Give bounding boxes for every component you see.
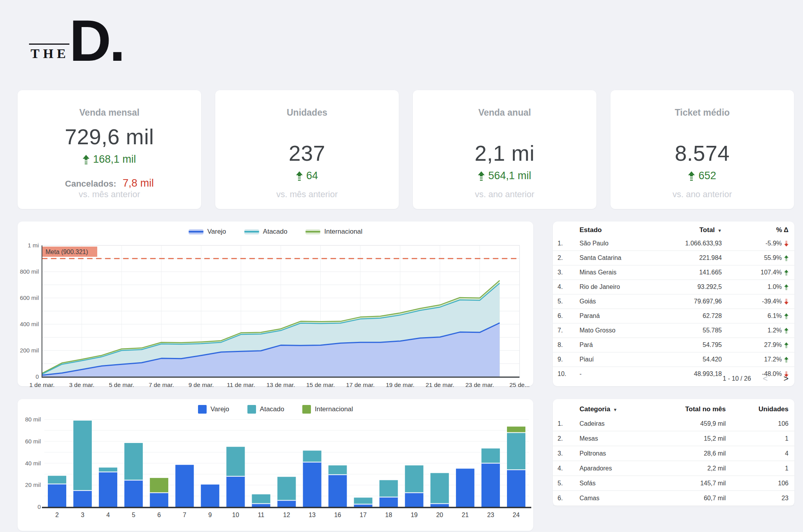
up-arrow-icon <box>478 171 485 181</box>
row-rank: 3. <box>558 450 580 457</box>
categoria-unidades: 106 <box>726 480 788 487</box>
table-row[interactable]: 4.Rio de Janeiro93.292,51.0% <box>553 280 794 294</box>
svg-text:40 mil: 40 mil <box>25 460 41 467</box>
estado-header-pct[interactable]: % Δ <box>722 226 788 234</box>
estado-name: Minas Gerais <box>580 269 632 276</box>
svg-text:3: 3 <box>81 512 84 518</box>
estado-header-total[interactable]: Total▼ <box>632 226 722 234</box>
svg-text:16: 16 <box>334 512 341 518</box>
estado-name: Goiás <box>580 298 632 305</box>
pagination-info: 1 - 10 / 26 <box>723 375 751 382</box>
logo-the: THE <box>29 44 69 60</box>
down-arrow-icon <box>784 299 788 305</box>
categoria-total: 28,6 mil <box>628 450 726 457</box>
up-arrow-icon <box>784 313 788 319</box>
table-row[interactable]: 4.Aparadores2,2 mil1 <box>553 461 794 476</box>
table-row[interactable]: 3.Minas Gerais141.665107.4% <box>553 265 794 280</box>
area-chart[interactable]: Meta (900.321)0200 mil400 mil600 mil800 … <box>18 240 533 389</box>
estado-name: Pará <box>580 341 632 349</box>
kpi-cancelados: Cancelados: 7,8 mil <box>18 177 201 189</box>
legend-label: Atacado <box>263 228 287 236</box>
svg-text:17 de mar.: 17 de mar. <box>346 381 374 388</box>
svg-text:12: 12 <box>283 512 290 518</box>
row-rank: 5. <box>558 480 580 487</box>
svg-text:5: 5 <box>132 512 135 518</box>
svg-text:17: 17 <box>360 512 367 518</box>
table-row[interactable]: 2.Mesas15,2 mil1 <box>553 431 794 446</box>
estado-name: Paraná <box>580 312 632 320</box>
svg-text:9: 9 <box>208 512 212 518</box>
estado-table-card: Estado Total▼ % Δ 1.São Paulo1.066.633,9… <box>553 222 794 386</box>
up-arrow-icon <box>784 284 788 290</box>
row-rank: 7. <box>558 327 580 334</box>
table-row[interactable]: 7.Mato Grosso55.7851.2% <box>553 323 794 338</box>
categoria-unidades: 23 <box>726 495 788 502</box>
legend-item-internacional[interactable]: Internacional <box>305 228 362 236</box>
cancelados-value: 7,8 mil <box>123 177 154 189</box>
categoria-name: Sofás <box>580 480 628 487</box>
kpi-value: 2,1 mi <box>413 141 596 166</box>
kpi-card-venda-mensal: Venda mensal 729,6 mil 168,1 mil Cancela… <box>18 90 201 209</box>
estado-total: 54.420 <box>632 356 722 363</box>
categoria-header-unidades[interactable]: Unidades <box>726 405 788 413</box>
estado-total: 55.785 <box>632 327 722 334</box>
categoria-unidades: 1 <box>726 465 788 472</box>
svg-text:7 de mar.: 7 de mar. <box>149 381 174 388</box>
legend-label: Atacado <box>260 405 284 413</box>
cumulative-area-chart-card: VarejoAtacadoInternacional Meta (900.321… <box>18 222 533 386</box>
categoria-header-total[interactable]: Total no mês <box>628 405 726 413</box>
legend-item-varejo[interactable]: Varejo <box>198 405 229 414</box>
logo-d: D. <box>69 19 124 63</box>
next-page-icon[interactable]: > <box>783 374 788 383</box>
up-arrow-icon <box>296 171 303 181</box>
categoria-name: Mesas <box>580 435 628 442</box>
legend-item-atacado[interactable]: Atacado <box>244 228 287 236</box>
legend-label: Varejo <box>211 405 229 413</box>
legend-item-atacado[interactable]: Atacado <box>247 405 284 414</box>
table-row[interactable]: 1.São Paulo1.066.633,93-5.9% <box>553 236 794 251</box>
categoria-unidades: 4 <box>726 450 788 457</box>
kpi-delta: 64 <box>215 170 399 182</box>
bar-chart[interactable]: 2345679101112131617181920212324020 mil40… <box>18 417 533 521</box>
svg-text:24: 24 <box>513 512 520 518</box>
svg-text:0: 0 <box>38 503 41 510</box>
kpi-delta-value: 168,1 mil <box>93 153 136 165</box>
table-row[interactable]: 5.Goiás79.697,96-39.4% <box>553 294 794 309</box>
estado-header-label[interactable]: Estado <box>580 226 632 234</box>
area-chart-legend: VarejoAtacadoInternacional <box>18 222 533 240</box>
kpi-card-venda-anual: Venda anual 2,1 mi 564,1 mil vs. ano ant… <box>413 90 596 209</box>
legend-label: Internacional <box>315 405 353 413</box>
row-rank: 1. <box>558 240 580 247</box>
kpi-row: Venda mensal 729,6 mil 168,1 mil Cancela… <box>18 90 794 209</box>
svg-text:7: 7 <box>183 512 186 518</box>
table-row[interactable]: 9.Piauí54.42017.2% <box>553 352 794 367</box>
estado-pct: 107.4% <box>722 269 788 276</box>
table-row[interactable]: 3.Poltronas28,6 mil4 <box>553 446 794 461</box>
estado-pct: 17.2% <box>722 356 788 363</box>
svg-text:13 de mar.: 13 de mar. <box>266 381 295 388</box>
table-row[interactable]: 1.Cadeiras459,9 mil106 <box>553 416 794 431</box>
estado-pct: 55.9% <box>722 254 788 261</box>
categoria-name: Camas <box>580 495 628 502</box>
table-row[interactable]: 6.Paraná62.7286.1% <box>553 309 794 323</box>
legend-item-internacional[interactable]: Internacional <box>302 405 353 414</box>
estado-total: 221.984 <box>632 254 722 261</box>
table-row[interactable]: 2.Santa Catarina221.98455.9% <box>553 251 794 265</box>
table-row[interactable]: 6.Camas60,7 mil23 <box>553 490 794 506</box>
estado-name: Piauí <box>580 356 632 363</box>
table-row[interactable]: 8.Pará54.79527.9% <box>553 338 794 352</box>
table-row[interactable]: 5.Sofás145,7 mil106 <box>553 476 794 490</box>
svg-text:400 mil: 400 mil <box>20 321 39 327</box>
estado-table-body: 1.São Paulo1.066.633,93-5.9%2.Santa Cata… <box>553 236 794 381</box>
dashboard-page: THE D. Venda mensal 729,6 mil 168,1 mil … <box>0 0 803 532</box>
categoria-name: Cadeiras <box>580 420 628 427</box>
row-rank: 10. <box>558 370 580 378</box>
prev-page-icon[interactable]: < <box>763 374 768 383</box>
estado-pct: -5.9% <box>722 240 788 247</box>
categoria-unidades: 1 <box>726 435 788 442</box>
categoria-header-label[interactable]: Categoria▼ <box>580 405 628 413</box>
svg-text:800 mil: 800 mil <box>20 268 39 275</box>
svg-text:13: 13 <box>309 512 316 518</box>
svg-text:23: 23 <box>487 512 494 518</box>
legend-item-varejo[interactable]: Varejo <box>189 228 226 236</box>
